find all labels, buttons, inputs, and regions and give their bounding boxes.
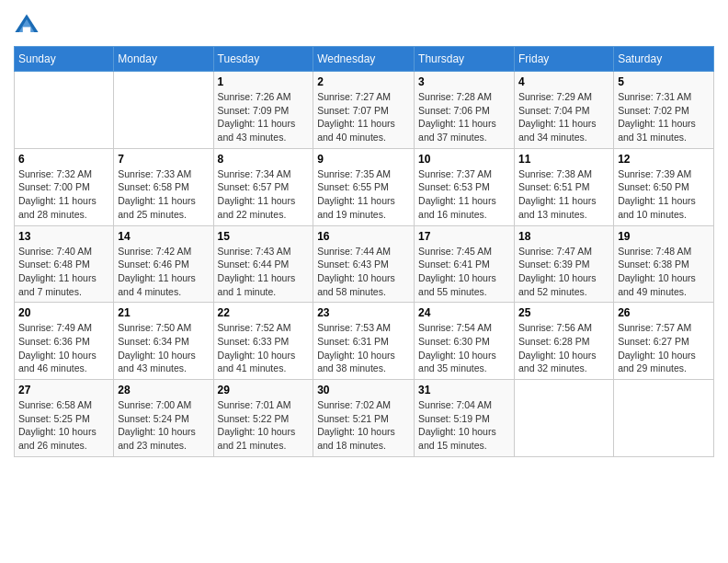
calendar-cell: 21Sunrise: 7:50 AMSunset: 6:34 PMDayligh…: [114, 303, 213, 380]
calendar-cell: 24Sunrise: 7:54 AMSunset: 6:30 PMDayligh…: [415, 303, 515, 380]
page-container: SundayMondayTuesdayWednesdayThursdayFrid…: [0, 0, 728, 466]
day-number: 3: [418, 75, 510, 88]
calendar-week-5: 27Sunrise: 6:58 AMSunset: 5:25 PMDayligh…: [15, 380, 714, 457]
day-number: 21: [118, 306, 209, 319]
day-info: Sunrise: 6:58 AMSunset: 5:25 PMDaylight:…: [18, 398, 109, 453]
svg-rect-2: [23, 27, 30, 32]
logo-icon: [14, 13, 40, 39]
calendar-cell: 14Sunrise: 7:42 AMSunset: 6:46 PMDayligh…: [114, 225, 213, 303]
calendar-cell: [614, 380, 714, 457]
day-info: Sunrise: 7:32 AMSunset: 7:00 PMDaylight:…: [18, 167, 109, 222]
day-info: Sunrise: 7:33 AMSunset: 6:58 PMDaylight:…: [118, 167, 209, 222]
day-info: Sunrise: 7:00 AMSunset: 5:24 PMDaylight:…: [118, 398, 209, 453]
day-info: Sunrise: 7:42 AMSunset: 6:46 PMDaylight:…: [118, 245, 209, 299]
calendar-cell: [114, 72, 213, 149]
day-info: Sunrise: 7:47 AMSunset: 6:39 PMDaylight:…: [518, 245, 609, 299]
day-number: 10: [418, 153, 510, 166]
calendar-cell: 8Sunrise: 7:34 AMSunset: 6:57 PMDaylight…: [213, 148, 313, 225]
calendar-cell: 30Sunrise: 7:02 AMSunset: 5:21 PMDayligh…: [313, 380, 415, 457]
day-number: 16: [317, 230, 410, 243]
day-number: 13: [18, 230, 109, 243]
day-number: 20: [18, 306, 109, 319]
day-number: 27: [18, 384, 109, 396]
calendar-cell: 13Sunrise: 7:40 AMSunset: 6:48 PMDayligh…: [15, 225, 114, 303]
calendar-week-2: 6Sunrise: 7:32 AMSunset: 7:00 PMDaylight…: [15, 148, 714, 225]
day-number: 25: [518, 306, 609, 319]
calendar-cell: 7Sunrise: 7:33 AMSunset: 6:58 PMDaylight…: [114, 148, 213, 225]
day-number: 28: [118, 384, 209, 396]
weekday-header-wednesday: Wednesday: [313, 47, 415, 72]
calendar-body: 1Sunrise: 7:26 AMSunset: 7:09 PMDaylight…: [15, 72, 714, 457]
weekday-header-monday: Monday: [114, 47, 213, 72]
calendar-cell: 31Sunrise: 7:04 AMSunset: 5:19 PMDayligh…: [415, 380, 515, 457]
day-info: Sunrise: 7:57 AMSunset: 6:27 PMDaylight:…: [618, 321, 710, 375]
calendar-cell: 29Sunrise: 7:01 AMSunset: 5:22 PMDayligh…: [213, 380, 313, 457]
day-info: Sunrise: 7:53 AMSunset: 6:31 PMDaylight:…: [317, 321, 410, 375]
day-info: Sunrise: 7:52 AMSunset: 6:33 PMDaylight:…: [218, 321, 310, 375]
day-info: Sunrise: 7:37 AMSunset: 6:53 PMDaylight:…: [418, 167, 510, 222]
calendar-cell: 1Sunrise: 7:26 AMSunset: 7:09 PMDaylight…: [213, 72, 313, 149]
calendar-header: SundayMondayTuesdayWednesdayThursdayFrid…: [15, 47, 714, 72]
day-number: 12: [618, 153, 710, 166]
day-number: 31: [418, 384, 510, 396]
day-info: Sunrise: 7:31 AMSunset: 7:02 PMDaylight:…: [618, 90, 710, 144]
weekday-header-sunday: Sunday: [15, 47, 114, 72]
day-number: 8: [218, 153, 310, 166]
calendar-cell: 6Sunrise: 7:32 AMSunset: 7:00 PMDaylight…: [15, 148, 114, 225]
day-info: Sunrise: 7:35 AMSunset: 6:55 PMDaylight:…: [317, 167, 410, 222]
day-number: 30: [317, 384, 410, 396]
calendar-cell: 2Sunrise: 7:27 AMSunset: 7:07 PMDaylight…: [313, 72, 415, 149]
calendar-cell: 19Sunrise: 7:48 AMSunset: 6:38 PMDayligh…: [614, 225, 714, 303]
weekday-header-saturday: Saturday: [614, 47, 714, 72]
calendar-cell: 3Sunrise: 7:28 AMSunset: 7:06 PMDaylight…: [415, 72, 515, 149]
day-number: 26: [618, 306, 710, 319]
calendar-cell: 5Sunrise: 7:31 AMSunset: 7:02 PMDaylight…: [614, 72, 714, 149]
calendar-cell: 23Sunrise: 7:53 AMSunset: 6:31 PMDayligh…: [313, 303, 415, 380]
calendar-cell: 26Sunrise: 7:57 AMSunset: 6:27 PMDayligh…: [614, 303, 714, 380]
day-info: Sunrise: 7:49 AMSunset: 6:36 PMDaylight:…: [18, 321, 109, 375]
day-number: 14: [118, 230, 209, 243]
day-number: 7: [118, 153, 209, 166]
calendar-cell: 18Sunrise: 7:47 AMSunset: 6:39 PMDayligh…: [514, 225, 613, 303]
day-info: Sunrise: 7:02 AMSunset: 5:21 PMDaylight:…: [317, 398, 410, 453]
calendar-week-1: 1Sunrise: 7:26 AMSunset: 7:09 PMDaylight…: [15, 72, 714, 149]
day-info: Sunrise: 7:29 AMSunset: 7:04 PMDaylight:…: [518, 90, 609, 144]
calendar-table: SundayMondayTuesdayWednesdayThursdayFrid…: [14, 46, 714, 457]
day-number: 18: [518, 230, 609, 243]
day-info: Sunrise: 7:40 AMSunset: 6:48 PMDaylight:…: [18, 245, 109, 299]
calendar-cell: 25Sunrise: 7:56 AMSunset: 6:28 PMDayligh…: [514, 303, 613, 380]
day-number: 11: [518, 153, 609, 166]
calendar-week-3: 13Sunrise: 7:40 AMSunset: 6:48 PMDayligh…: [15, 225, 714, 303]
weekday-header-tuesday: Tuesday: [213, 47, 313, 72]
day-info: Sunrise: 7:34 AMSunset: 6:57 PMDaylight:…: [218, 167, 310, 222]
day-info: Sunrise: 7:44 AMSunset: 6:43 PMDaylight:…: [317, 245, 410, 299]
day-number: 17: [418, 230, 510, 243]
day-number: 6: [18, 153, 109, 166]
day-info: Sunrise: 7:48 AMSunset: 6:38 PMDaylight:…: [618, 245, 710, 299]
day-number: 9: [317, 153, 410, 166]
day-info: Sunrise: 7:26 AMSunset: 7:09 PMDaylight:…: [218, 90, 310, 144]
day-number: 19: [618, 230, 710, 243]
calendar-week-4: 20Sunrise: 7:49 AMSunset: 6:36 PMDayligh…: [15, 303, 714, 380]
day-number: 23: [317, 306, 410, 319]
calendar-cell: 4Sunrise: 7:29 AMSunset: 7:04 PMDaylight…: [514, 72, 613, 149]
calendar-cell: 16Sunrise: 7:44 AMSunset: 6:43 PMDayligh…: [313, 225, 415, 303]
calendar-cell: 17Sunrise: 7:45 AMSunset: 6:41 PMDayligh…: [415, 225, 515, 303]
day-info: Sunrise: 7:39 AMSunset: 6:50 PMDaylight:…: [618, 167, 710, 222]
day-info: Sunrise: 7:28 AMSunset: 7:06 PMDaylight:…: [418, 90, 510, 144]
weekday-header-friday: Friday: [514, 47, 613, 72]
calendar-cell: 27Sunrise: 6:58 AMSunset: 5:25 PMDayligh…: [15, 380, 114, 457]
day-info: Sunrise: 7:38 AMSunset: 6:51 PMDaylight:…: [518, 167, 609, 222]
calendar-cell: 9Sunrise: 7:35 AMSunset: 6:55 PMDaylight…: [313, 148, 415, 225]
day-number: 29: [218, 384, 310, 396]
day-number: 22: [218, 306, 310, 319]
day-info: Sunrise: 7:56 AMSunset: 6:28 PMDaylight:…: [518, 321, 609, 375]
day-number: 4: [518, 75, 609, 88]
calendar-cell: 10Sunrise: 7:37 AMSunset: 6:53 PMDayligh…: [415, 148, 515, 225]
calendar-cell: [514, 380, 613, 457]
day-info: Sunrise: 7:45 AMSunset: 6:41 PMDaylight:…: [418, 245, 510, 299]
calendar-cell: 22Sunrise: 7:52 AMSunset: 6:33 PMDayligh…: [213, 303, 313, 380]
weekday-row: SundayMondayTuesdayWednesdayThursdayFrid…: [15, 47, 714, 72]
day-number: 1: [218, 75, 310, 88]
day-info: Sunrise: 7:27 AMSunset: 7:07 PMDaylight:…: [317, 90, 410, 144]
